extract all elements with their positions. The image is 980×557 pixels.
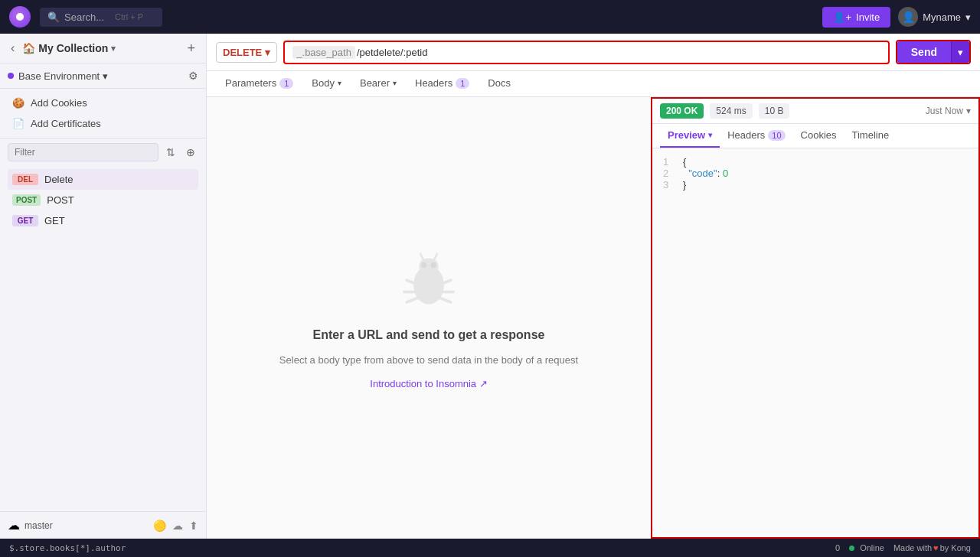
add-certificates-label: Add Certificates	[31, 118, 101, 129]
filter-bar: ⇅ ⊕	[0, 138, 206, 166]
response-tabs: Preview ▾ Headers 10 Cookies Timeline	[652, 124, 978, 148]
request-name: GET	[44, 215, 65, 226]
when-chevron-icon: ▾	[966, 106, 971, 116]
filter-add-button[interactable]: ⊕	[183, 145, 198, 160]
upload-icon[interactable]: ☁	[172, 520, 183, 532]
svg-line-11	[434, 254, 437, 259]
response-when: Just Now ▾	[926, 106, 971, 116]
collection-chevron-icon: ▾	[111, 44, 116, 54]
request-item-post[interactable]: POST POST	[8, 190, 198, 210]
topbar-right: 👤+ Invite 👤 Myname ▾	[822, 7, 971, 28]
search-shortcut: Ctrl + P	[115, 12, 143, 21]
external-link-icon: ↗	[479, 378, 488, 389]
svg-line-4	[407, 297, 419, 301]
code-line-3: 3 }	[663, 179, 968, 191]
empty-subtitle: Select a body type from above to send da…	[279, 354, 578, 366]
cloud-icon: ☁	[8, 518, 20, 533]
res-tab-timeline[interactable]: Timeline	[844, 124, 897, 148]
tab-parameters[interactable]: Parameters 1	[216, 71, 302, 96]
svg-line-7	[439, 297, 451, 301]
split-area: Enter a URL and send to get a response S…	[207, 97, 980, 539]
insomnia-link[interactable]: Introduction to Insomnia ↗	[370, 378, 487, 389]
made-with: Made with ♥ by Kong	[893, 543, 971, 552]
svg-point-8	[421, 262, 426, 267]
send-button-group: Send ▾	[896, 40, 971, 64]
sidebar-menu: 🍪 Add Cookies 📄 Add Certificates	[0, 89, 206, 138]
search-box[interactable]: 🔍 Search... Ctrl + P	[40, 8, 162, 27]
response-status-bar: 200 OK 524 ms 10 B Just Now ▾	[652, 99, 978, 124]
add-certificates-item[interactable]: 📄 Add Certificates	[8, 114, 198, 133]
topbar: 🔍 Search... Ctrl + P 👤+ Invite 👤 Myname …	[0, 0, 980, 34]
res-tab-headers[interactable]: Headers 10	[720, 124, 792, 148]
res-tab-cookies[interactable]: Cookies	[793, 124, 844, 148]
svg-point-9	[431, 262, 436, 267]
request-tabs: Parameters 1 Body ▾ Bearer ▾ Headers 1 D…	[207, 71, 980, 97]
env-chevron-icon: ▾	[103, 70, 108, 82]
sidebar-header: ‹ 🏠 My Collection ▾ +	[0, 34, 206, 64]
warning-icon[interactable]: 🟡	[153, 520, 166, 532]
online-status: Online	[849, 543, 884, 552]
environment-selector[interactable]: Base Environment ▾	[18, 70, 108, 82]
user-menu[interactable]: 👤 Myname ▾	[898, 7, 971, 27]
cookie-icon: 🍪	[12, 97, 24, 109]
bug-icon	[394, 247, 463, 316]
invite-button[interactable]: 👤+ Invite	[822, 7, 890, 28]
content-area: DELETE ▾ _.base_path /petdelete/:petid S…	[207, 34, 980, 539]
empty-title: Enter a URL and send to get a response	[313, 328, 545, 342]
add-cookies-item[interactable]: 🍪 Add Cookies	[8, 93, 198, 112]
code-line-2: 2 "code": 0	[663, 168, 968, 179]
method-selector[interactable]: DELETE ▾	[216, 42, 277, 63]
invite-icon: 👤+	[833, 11, 851, 23]
request-name: Delete	[44, 174, 74, 185]
count-display: 0	[835, 543, 840, 552]
user-name: Myname	[923, 11, 961, 23]
code-line-1: 1 {	[663, 156, 968, 168]
url-path: /petdelete/:petid	[357, 47, 428, 58]
filter-sort-button[interactable]: ⇅	[163, 145, 178, 160]
app-logo[interactable]	[9, 6, 31, 28]
svg-line-10	[420, 254, 423, 259]
tab-docs[interactable]: Docs	[479, 71, 520, 96]
response-panel: 200 OK 524 ms 10 B Just Now ▾ Preview ▾	[651, 97, 980, 539]
footer-icons: 🟡 ☁ ⬆	[153, 520, 198, 532]
preview-arrow-icon: ▾	[708, 131, 712, 139]
response-size: 10 B	[759, 103, 790, 119]
method-badge-del: DEL	[12, 174, 38, 185]
filter-input[interactable]	[8, 143, 158, 161]
sidebar-add-button[interactable]: +	[184, 41, 198, 57]
status-ok-badge: 200 OK	[660, 103, 704, 119]
home-icon: 🏠	[22, 42, 35, 54]
heart-icon: ♥	[933, 543, 939, 552]
res-tab-preview[interactable]: Preview ▾	[660, 124, 720, 148]
send-button[interactable]: Send	[897, 41, 951, 63]
tab-bearer[interactable]: Bearer ▾	[351, 71, 406, 96]
sync-icon[interactable]: ⬆	[189, 520, 198, 532]
status-bar: $.store.books[*].author 0 Online Made wi…	[0, 539, 980, 557]
request-item-get[interactable]: GET GET	[8, 210, 198, 231]
environment-settings-button[interactable]: ⚙	[188, 70, 198, 82]
avatar: 👤	[898, 7, 918, 27]
sidebar: ‹ 🏠 My Collection ▾ + Base Environment ▾…	[0, 34, 207, 539]
sidebar-back-button[interactable]: ‹	[8, 40, 18, 57]
collection-name[interactable]: 🏠 My Collection ▾	[22, 42, 116, 54]
certificate-icon: 📄	[12, 118, 24, 129]
method-label: DELETE	[223, 47, 262, 58]
search-placeholder: Search...	[64, 11, 104, 23]
url-base: _.base_path	[292, 46, 355, 59]
request-name: POST	[47, 194, 74, 206]
response-body: 1 { 2 "code": 0 3 }	[652, 148, 978, 537]
method-badge-get: GET	[12, 215, 38, 226]
response-time: 524 ms	[710, 103, 752, 119]
method-chevron-icon: ▾	[265, 47, 270, 58]
send-dropdown-button[interactable]: ▾	[951, 41, 969, 63]
request-item-delete[interactable]: DEL Delete	[8, 169, 198, 190]
body-arrow-icon: ▾	[338, 79, 341, 87]
main-layout: ‹ 🏠 My Collection ▾ + Base Environment ▾…	[0, 34, 980, 539]
method-badge-post: POST	[12, 194, 41, 206]
tab-body[interactable]: Body ▾	[302, 71, 351, 96]
url-display[interactable]: _.base_path /petdelete/:petid	[283, 41, 889, 64]
bearer-arrow-icon: ▾	[393, 79, 397, 87]
tab-headers[interactable]: Headers 1	[406, 71, 479, 96]
request-bar: DELETE ▾ _.base_path /petdelete/:petid S…	[207, 34, 980, 71]
empty-state-panel: Enter a URL and send to get a response S…	[207, 97, 651, 539]
